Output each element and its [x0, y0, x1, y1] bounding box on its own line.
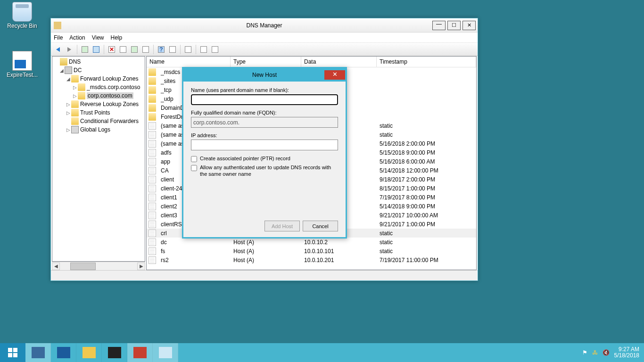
cell-timestamp: static [377, 123, 476, 129]
auth-checkbox-row: Allow any authenticated user to update D… [191, 164, 338, 177]
menu-action[interactable]: Action [69, 34, 85, 41]
taskbar-powershell[interactable] [51, 343, 76, 362]
server-icon [65, 66, 72, 74]
record-icon [149, 185, 156, 192]
col-type[interactable]: Type [231, 57, 301, 67]
flag-icon[interactable]: ⚑ [582, 349, 587, 356]
forward-button[interactable] [64, 44, 74, 55]
taskbar-server-manager[interactable] [25, 343, 51, 362]
folder-icon [78, 83, 85, 91]
cell-data: 10.0.10.2 [301, 239, 377, 246]
tree-conditional-forwarders[interactable]: Conditional Forwarders [52, 117, 145, 125]
show-hide-tree-button[interactable] [91, 44, 101, 55]
list-header: Name Type Data Timestamp [147, 57, 476, 67]
properties-button[interactable] [118, 44, 128, 55]
taskbar-dns-manager[interactable] [153, 343, 178, 362]
auth-checkbox[interactable] [191, 165, 197, 171]
tree-global-logs[interactable]: ▷Global Logs [52, 125, 145, 134]
start-button[interactable] [0, 343, 25, 362]
maximize-button[interactable]: ☐ [447, 21, 461, 30]
powershell-icon [57, 347, 70, 358]
close-button[interactable]: ✕ [462, 21, 476, 30]
record-icon [149, 256, 156, 264]
separator [180, 45, 181, 54]
arrow-right-icon [67, 47, 71, 52]
cell-timestamp: static [377, 132, 476, 138]
delete-button[interactable]: ✕ [107, 44, 117, 55]
cell-type: Host (A) [231, 257, 301, 263]
cmd-icon [108, 347, 121, 358]
tree-trust-points[interactable]: ▷Trust Points [52, 108, 145, 117]
taskbar-admin-tools[interactable] [127, 343, 153, 362]
folder-icon [71, 117, 79, 125]
toolbar: ✕ ? [51, 43, 478, 56]
table-row[interactable]: rs2Host (A)10.0.10.2017/19/2017 11:00:00… [147, 255, 476, 264]
record-icon [149, 239, 156, 246]
cell-name: dc [158, 239, 231, 246]
date: 5/18/2018 [614, 353, 639, 359]
scroll-right-button[interactable]: ▶ [137, 263, 145, 270]
scroll-thumb[interactable] [70, 263, 96, 270]
col-data[interactable]: Data [301, 57, 377, 67]
dialog-titlebar[interactable]: New Host ✕ [183, 68, 346, 82]
menu-file[interactable]: File [54, 34, 63, 41]
scroll-left-button[interactable]: ◀ [52, 263, 60, 270]
menu-view[interactable]: View [92, 34, 104, 41]
tree-scrollbar[interactable]: ◀ ▶ [52, 262, 145, 270]
network-icon[interactable]: 🖧 [592, 349, 598, 356]
recycle-bin[interactable]: Recycle Bin [5, 2, 40, 29]
ip-input[interactable] [191, 140, 338, 150]
cell-timestamp: 5/15/2018 9:00:00 PM [377, 149, 476, 156]
taskbar-explorer[interactable] [76, 343, 102, 362]
recycle-bin-icon [12, 2, 32, 22]
back-button[interactable] [53, 44, 63, 55]
folder-icon [149, 68, 156, 76]
name-input[interactable] [191, 94, 338, 105]
col-name[interactable]: Name [147, 57, 231, 67]
minimize-button[interactable]: — [432, 21, 446, 30]
fqdn-label: Fully qualified domain name (FQDN): [191, 110, 338, 115]
tree-reverse-zones[interactable]: ▷Reverse Lookup Zones [52, 100, 145, 108]
cell-name: rs2 [158, 257, 231, 263]
tree-server[interactable]: ◢DC [52, 66, 145, 74]
cell-timestamp: 5/14/2018 12:00:00 PM [377, 167, 476, 174]
folder-icon [149, 113, 156, 121]
server-manager-icon [32, 347, 45, 358]
menu-help[interactable]: Help [111, 34, 123, 41]
record-icon [149, 247, 156, 255]
cell-data: 10.0.10.201 [301, 257, 377, 263]
tree-zone-corp-contoso[interactable]: ▷corp.contoso.com [52, 91, 145, 100]
ptr-checkbox[interactable] [191, 156, 197, 162]
navigation-tree[interactable]: DNS ◢DC ◢Forward Lookup Zones ▷_msdcs.co… [52, 56, 145, 262]
dns-taskbar-icon [159, 347, 172, 358]
clock[interactable]: 9:27 AM 5/18/2018 [614, 346, 639, 359]
table-row[interactable]: fsHost (A)10.0.10.101static [147, 247, 476, 255]
up-button[interactable] [80, 44, 90, 55]
options-button[interactable] [167, 44, 178, 55]
refresh-button[interactable] [129, 44, 140, 55]
recycle-bin-label: Recycle Bin [5, 23, 40, 29]
table-row[interactable]: dcHost (A)10.0.10.2static [147, 238, 476, 247]
view1-button[interactable] [198, 44, 209, 55]
separator [196, 45, 196, 54]
export-button[interactable] [140, 44, 151, 55]
tree-root-dns[interactable]: DNS [52, 58, 145, 66]
scroll-track[interactable] [60, 263, 137, 270]
name-label: Name (uses parent domain name if blank): [191, 87, 338, 93]
cell-name: fs [158, 248, 231, 255]
tree-zone-msdcs[interactable]: ▷_msdcs.corp.contoso [52, 83, 145, 91]
col-timestamp[interactable]: Timestamp [377, 57, 476, 67]
view2-button[interactable] [210, 44, 220, 55]
dialog-title: New Host [183, 72, 346, 78]
filter-button[interactable] [183, 44, 193, 55]
add-host-button[interactable]: Add Host [264, 221, 300, 231]
volume-icon[interactable]: 🔇 [603, 349, 610, 356]
cell-data: 10.0.10.101 [301, 248, 377, 255]
cancel-button[interactable]: Cancel [303, 221, 338, 231]
help-button[interactable]: ? [156, 44, 166, 55]
powershell-script-shortcut[interactable]: ExpireTest... [5, 51, 40, 78]
menubar: File Action View Help [51, 33, 478, 43]
titlebar[interactable]: DNS Manager — ☐ ✕ [51, 18, 478, 33]
taskbar-cmd[interactable] [102, 343, 127, 362]
tree-forward-zones[interactable]: ◢Forward Lookup Zones [52, 74, 145, 83]
